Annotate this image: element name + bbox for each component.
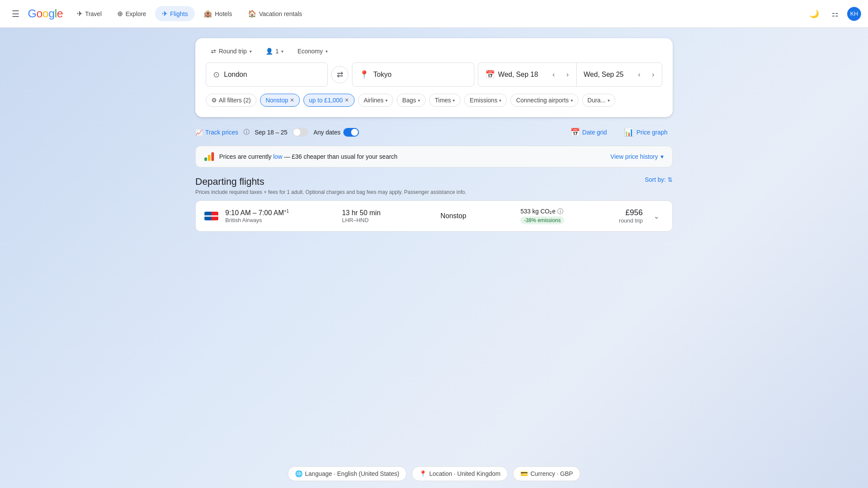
price-close-icon[interactable]: ✕: [345, 97, 349, 103]
origin-field[interactable]: ⊙ London: [206, 62, 328, 87]
price-value: £956: [619, 208, 643, 217]
departing-header: Departing flights Sort by: ⇅: [195, 176, 673, 187]
logo-o2: o: [43, 7, 49, 20]
track-prices-row: 📈 Track prices ⓘ Sep 18 – 25 Any dates 📅…: [195, 124, 673, 141]
return-prev-button[interactable]: ‹: [632, 68, 646, 82]
swap-button[interactable]: ⇄: [331, 66, 349, 83]
swap-horiz-icon: ⇄: [211, 48, 216, 55]
main-content: ⇄ Round trip ▾ 👤 1 ▾ Economy ▾ ⊙ London …: [0, 28, 868, 459]
depart-date-field[interactable]: 📅 Wed, Sep 18: [478, 63, 545, 86]
duration-chip[interactable]: Dura... ▾: [582, 94, 615, 107]
track-prices-button[interactable]: 📈 Track prices: [195, 129, 238, 136]
trip-type-button[interactable]: ⇄ Round trip ▾: [206, 45, 257, 57]
class-label: Economy: [297, 48, 322, 55]
view-history-button[interactable]: View price history ▾: [611, 153, 664, 160]
travel-icon: ✈: [77, 10, 82, 18]
currency-label: Currency · GBP: [530, 470, 573, 477]
times-arrow-icon: ▾: [453, 98, 455, 103]
nav-vacation-label: Vacation rentals: [259, 10, 302, 17]
stops-text: Nonstop: [441, 212, 514, 220]
currency-button[interactable]: 💳 Currency · GBP: [513, 466, 580, 481]
airline-logo: [204, 209, 218, 223]
airlines-chip[interactable]: Airlines ▾: [358, 94, 393, 107]
nav-flights[interactable]: ✈ Flights: [155, 6, 195, 21]
times-label: Times: [435, 97, 451, 104]
connecting-airports-chip[interactable]: Connecting airports ▾: [510, 94, 578, 107]
logo-e: e: [57, 7, 63, 20]
day-offset: +1: [284, 209, 289, 213]
price-chip[interactable]: up to £1,000 ✕: [303, 94, 355, 107]
price-banner: Prices are currently low — £36 cheaper t…: [195, 146, 673, 167]
departing-section: Departing flights Sort by: ⇅ Prices incl…: [195, 176, 673, 232]
flight-card[interactable]: 9:10 AM – 7:00 AM+1 British Airways 13 h…: [195, 200, 673, 232]
passengers-button[interactable]: 👤 1 ▾: [260, 45, 289, 57]
bags-arrow-icon: ▾: [418, 98, 420, 103]
menu-icon[interactable]: ☰: [7, 5, 24, 23]
duration-label: Dura...: [588, 97, 606, 104]
nav-travel[interactable]: ✈ Travel: [70, 6, 108, 21]
logo-o1: o: [36, 7, 43, 20]
track-info-icon[interactable]: ⓘ: [243, 128, 250, 136]
any-dates-label: Any dates: [313, 129, 340, 136]
date-grid-button[interactable]: 📅 Date grid: [565, 124, 612, 141]
flight-emissions: 533 kg CO₂e ⓘ -38% emissions: [520, 208, 612, 224]
nav-travel-label: Travel: [85, 10, 102, 17]
date-prev-nav: ‹ ›: [545, 68, 576, 82]
price-prefix: Prices are currently: [219, 153, 273, 160]
emissions-text: 533 kg CO₂e ⓘ: [520, 208, 612, 216]
destination-icon: 📍: [359, 70, 369, 79]
nonstop-chip[interactable]: Nonstop ✕: [260, 94, 300, 107]
all-filters-chip[interactable]: ⚙ All filters (2): [206, 94, 256, 107]
below-search: 📈 Track prices ⓘ Sep 18 – 25 Any dates 📅…: [195, 124, 673, 242]
passengers-label: 1: [276, 48, 279, 55]
arrive-time: 7:00 AM: [259, 209, 284, 216]
class-button[interactable]: Economy ▾: [292, 45, 332, 57]
route-text: LHR–HND: [342, 217, 434, 223]
person-icon: 👤: [266, 48, 273, 55]
any-dates-toggle[interactable]: [343, 128, 359, 137]
language-button[interactable]: 🌐 Language · English (United States): [288, 466, 407, 481]
flight-time-text: 9:10 AM – 7:00 AM+1: [225, 209, 335, 217]
connecting-airports-label: Connecting airports: [516, 97, 569, 104]
bags-chip[interactable]: Bags ▾: [397, 94, 426, 107]
bar-high: [211, 152, 214, 161]
location-button[interactable]: 📍 Location · United Kingdom: [412, 466, 508, 481]
emissions-info-icon[interactable]: ⓘ: [557, 208, 563, 215]
departing-subtitle: Prices include required taxes + fees for…: [195, 189, 673, 195]
bar-low: [204, 157, 207, 161]
nonstop-close-icon[interactable]: ✕: [290, 97, 294, 103]
hotels-icon: 🏨: [204, 10, 212, 18]
price-graph-button[interactable]: 📊 Price graph: [619, 124, 673, 141]
nav-hotels[interactable]: 🏨 Hotels: [197, 6, 239, 21]
destination-field[interactable]: 📍 Tokyo: [352, 62, 474, 87]
depart-prev-button[interactable]: ‹: [547, 68, 561, 82]
price-status: low: [273, 153, 282, 160]
emissions-label: Emissions: [470, 97, 497, 104]
date-fields: 📅 Wed, Sep 18 ‹ › Wed, Sep 25 ‹ ›: [478, 62, 662, 87]
nav-explore[interactable]: ⊕ Explore: [110, 6, 153, 21]
times-chip[interactable]: Times ▾: [429, 94, 461, 107]
filters-row: ⚙ All filters (2) Nonstop ✕ up to £1,000…: [206, 94, 662, 107]
currency-icon: 💳: [520, 470, 528, 477]
sort-icon: ⇅: [667, 176, 673, 183]
expand-flight-button[interactable]: ⌄: [650, 209, 664, 223]
nav-vacation[interactable]: 🏠 Vacation rentals: [241, 6, 309, 21]
depart-next-button[interactable]: ›: [561, 68, 575, 82]
dark-mode-button[interactable]: 🌙: [806, 5, 823, 23]
apps-button[interactable]: ⚏: [826, 5, 844, 23]
emissions-chip[interactable]: Emissions ▾: [464, 94, 507, 107]
explore-icon: ⊕: [117, 10, 123, 18]
origin-icon: ⊙: [213, 70, 220, 79]
nonstop-label: Nonstop: [266, 97, 288, 104]
bar-med: [208, 155, 210, 161]
destination-value: Tokyo: [373, 71, 391, 79]
return-date-field[interactable]: Wed, Sep 25: [577, 63, 631, 86]
price-graph-icon: 📊: [624, 128, 634, 137]
sort-by-button[interactable]: Sort by: ⇅: [645, 176, 673, 183]
track-toggle[interactable]: [293, 128, 308, 137]
user-avatar[interactable]: KH: [847, 7, 861, 21]
airlines-label: Airlines: [364, 97, 384, 104]
header-right: 🌙 ⚏ KH: [806, 5, 861, 23]
price-banner-text: Prices are currently low — £36 cheaper t…: [219, 153, 398, 160]
return-next-button[interactable]: ›: [646, 68, 660, 82]
